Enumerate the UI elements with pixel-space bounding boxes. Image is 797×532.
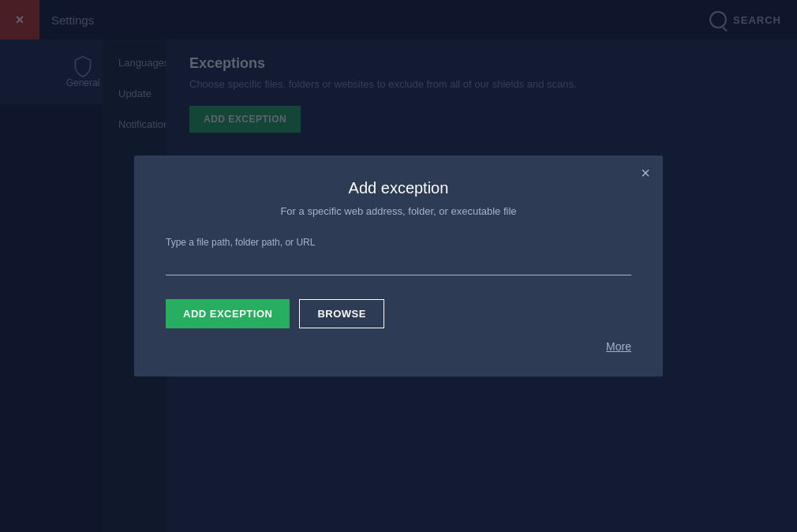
modal-add-exception-button[interactable]: ADD EXCEPTION bbox=[166, 299, 290, 328]
modal-title: Add exception bbox=[166, 179, 631, 197]
modal-actions: ADD EXCEPTION BROWSE bbox=[166, 299, 631, 328]
app-shell: × Settings SEARCH General Languages Upda… bbox=[0, 0, 797, 532]
exception-path-input[interactable] bbox=[166, 253, 631, 275]
modal-input-label: Type a file path, folder path, or URL bbox=[166, 237, 631, 248]
modal-subtitle: For a specific web address, folder, or e… bbox=[166, 205, 631, 217]
modal-browse-button[interactable]: BROWSE bbox=[299, 299, 384, 328]
modal-close-button[interactable]: × bbox=[641, 165, 650, 181]
more-link[interactable]: More bbox=[606, 340, 631, 353]
add-exception-modal: × Add exception For a specific web addre… bbox=[134, 155, 663, 377]
modal-footer: More bbox=[166, 340, 631, 353]
